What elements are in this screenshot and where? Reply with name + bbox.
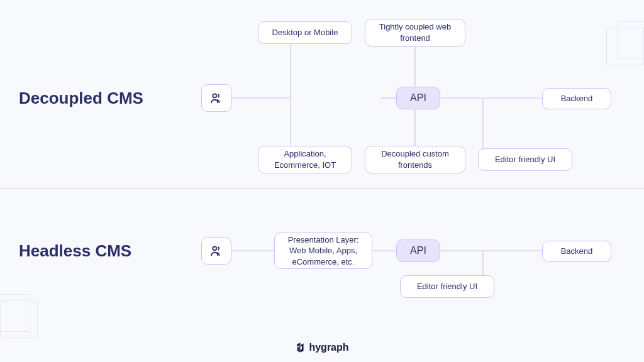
node-editor-ui-headless: Editor friendly UI bbox=[400, 275, 494, 298]
node-api-decoupled: API bbox=[396, 87, 440, 109]
decoration-bottom-left-2 bbox=[0, 300, 38, 338]
title-decoupled: Decoupled CMS bbox=[19, 89, 143, 108]
brand-name: hygraph bbox=[309, 342, 348, 353]
users-icon-box-headless bbox=[201, 237, 231, 265]
node-backend-headless: Backend bbox=[542, 241, 611, 262]
brand-logo: hygraph bbox=[295, 342, 348, 353]
users-icon bbox=[209, 244, 223, 258]
node-desktop-mobile: Desktop or Mobile bbox=[258, 21, 352, 44]
node-api-headless: API bbox=[396, 239, 440, 262]
node-decoupled-frontends: Decoupled custom frontends bbox=[365, 146, 465, 173]
svg-point-1 bbox=[213, 246, 216, 250]
node-editor-ui-decoupled: Editor friendly UI bbox=[478, 148, 572, 171]
node-tight-frontend: Tightly coupled web frontend bbox=[365, 19, 465, 47]
brand-mark-icon bbox=[295, 342, 305, 353]
section-divider bbox=[0, 189, 644, 189]
decoration-top-right-2 bbox=[606, 28, 644, 65]
node-application: Application, Ecommerce, IOT bbox=[258, 146, 352, 173]
node-presentation-layer: Presentation Layer: Web Mobile, Apps, eC… bbox=[274, 233, 372, 269]
svg-point-0 bbox=[213, 94, 216, 97]
users-icon-box-decoupled bbox=[201, 84, 231, 112]
node-backend-decoupled: Backend bbox=[542, 88, 611, 109]
connectors bbox=[0, 0, 644, 362]
title-headless: Headless CMS bbox=[19, 241, 131, 261]
users-icon bbox=[209, 91, 223, 105]
diagram-canvas: Decoupled CMS Headless CMS Desktop or Mo… bbox=[0, 0, 644, 362]
